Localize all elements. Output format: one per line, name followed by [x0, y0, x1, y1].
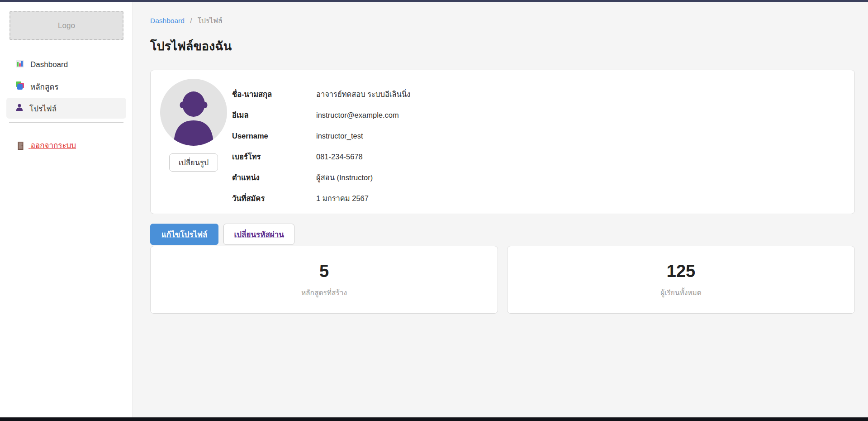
profile-card: เปลี่ยนรูป ชื่อ-นามสกุล อาจารย์ทดสอบ ระบ…: [150, 70, 855, 214]
field-value: 081-234-5678: [316, 153, 363, 161]
sidebar-item-courses[interactable]: หลักสูตร: [6, 76, 126, 97]
avatar: [160, 79, 227, 146]
sidebar-item-profile[interactable]: โปรไฟล์: [6, 98, 126, 119]
stat-label: หลักสูตรที่สร้าง: [301, 287, 347, 298]
field-value: อาจารย์ทดสอบ ระบบอีเลินนิ่ง: [316, 88, 410, 100]
profile-fields: ชื่อ-นามสกุล อาจารย์ทดสอบ ระบบอีเลินนิ่ง…: [232, 84, 841, 209]
sidebar-item-label: โปรไฟล์: [29, 102, 57, 115]
field-label: ชื่อ-นามสกุล: [232, 88, 316, 100]
stat-card-total-learners: 125 ผู้เรียนทั้งหมด: [507, 246, 855, 314]
field-row-position: ตำแหน่ง ผู้สอน (Instructor): [232, 167, 841, 188]
field-row-phone: เบอร์โทร 081-234-5678: [232, 146, 841, 167]
field-label: ตำแหน่ง: [232, 172, 316, 183]
field-row-name: ชื่อ-นามสกุล อาจารย์ทดสอบ ระบบอีเลินนิ่ง: [232, 84, 841, 105]
logo-text: Logo: [58, 21, 75, 30]
logo-placeholder: Logo: [9, 11, 123, 40]
profile-icon: [15, 103, 24, 114]
field-value: instructor_test: [316, 132, 363, 140]
change-password-button[interactable]: เปลี่ยนรหัสผ่าน: [223, 224, 294, 245]
logout-label: ออกจากระบบ: [31, 141, 76, 150]
courses-icon: [15, 81, 24, 92]
field-value: ผู้สอน (Instructor): [316, 172, 373, 183]
field-label: Username: [232, 132, 316, 140]
profile-actions: แก้ไขโปรไฟล์ เปลี่ยนรหัสผ่าน: [150, 224, 855, 245]
field-row-username: Username instructor_test: [232, 125, 841, 146]
breadcrumb: Dashboard / โปรไฟล์: [150, 15, 855, 26]
stats-row: 5 หลักสูตรที่สร้าง 125 ผู้เรียนทั้งหมด: [150, 246, 855, 314]
dashboard-icon: [15, 59, 24, 71]
stat-card-courses-created: 5 หลักสูตรที่สร้าง: [150, 246, 498, 314]
breadcrumb-separator: /: [190, 17, 192, 24]
main-content: Dashboard / โปรไฟล์ โปรไฟล์ของฉัน เปลี่ย…: [133, 2, 868, 417]
breadcrumb-dashboard-link[interactable]: Dashboard: [150, 17, 185, 24]
field-row-registered: วันที่สมัคร 1 มกราคม 2567: [232, 188, 841, 209]
stat-label: ผู้เรียนทั้งหมด: [660, 287, 702, 298]
page-title: โปรไฟล์ของฉัน: [150, 36, 855, 56]
stat-value: 125: [667, 262, 695, 281]
sidebar: Logo Dashboard หลักสูตร: [0, 2, 133, 417]
field-value: instructor@example.com: [316, 111, 399, 120]
door-icon: [17, 141, 31, 150]
change-photo-button[interactable]: เปลี่ยนรูป: [169, 153, 218, 172]
field-row-email: อีเมล instructor@example.com: [232, 105, 841, 125]
bottom-dark-bar: [0, 417, 868, 421]
sidebar-divider: [9, 122, 123, 123]
edit-profile-button[interactable]: แก้ไขโปรไฟล์: [150, 224, 218, 245]
field-value: 1 มกราคม 2567: [316, 192, 369, 204]
field-label: เบอร์โทร: [232, 151, 316, 163]
sidebar-nav: Dashboard หลักสูตร โปรไฟล์: [6, 54, 126, 119]
breadcrumb-current: โปรไฟล์: [198, 17, 223, 24]
sidebar-item-label: Dashboard: [30, 60, 68, 69]
logout-link[interactable]: ออกจากระบบ: [17, 141, 76, 150]
top-accent-bar: [0, 0, 868, 2]
field-label: อีเมล: [232, 109, 316, 121]
field-label: วันที่สมัคร: [232, 192, 316, 204]
sidebar-item-label: หลักสูตร: [30, 81, 58, 93]
sidebar-item-dashboard[interactable]: Dashboard: [6, 54, 126, 75]
stat-value: 5: [319, 262, 329, 281]
